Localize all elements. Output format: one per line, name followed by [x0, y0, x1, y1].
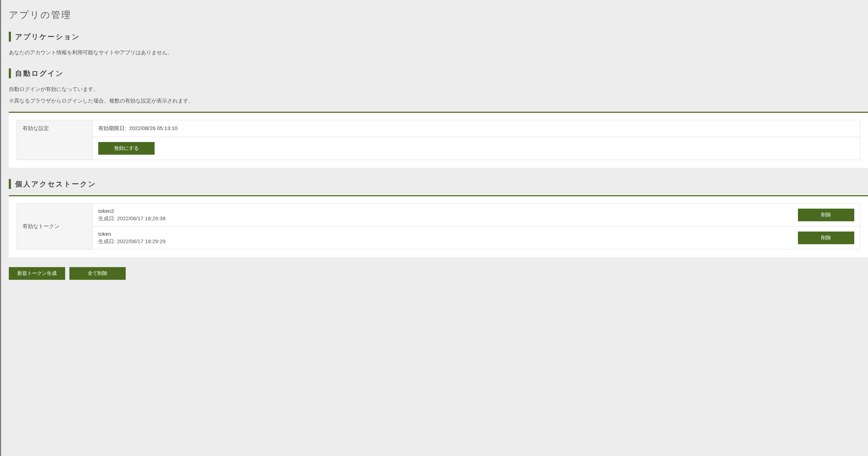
delete-all-tokens-button[interactable]: 全て削除 [69, 267, 126, 280]
autologin-message-1: 自動ログインが有効になっています。 [9, 85, 868, 94]
autologin-message-2: ※異なるブラウザからログインした場合、複数の有効な設定が表示されます。 [9, 96, 868, 105]
token-name: token2 [98, 208, 787, 214]
autologin-panel: 有効な設定 有効期限日: 2022/08/26 05:13:10 無効にする [9, 112, 868, 168]
application-section: アプリケーション あなたのアカウント情報を利用可能なサイトやアプリはありません。 [9, 32, 868, 57]
autologin-expiry-label: 有効期限日: [98, 125, 126, 131]
application-message: あなたのアカウント情報を利用可能なサイトやアプリはありません。 [9, 48, 868, 57]
token-created-label: 生成日: [98, 238, 115, 244]
token-created-value: 2022/06/17 18:29:29 [117, 238, 166, 244]
token-created-value: 2022/06/17 18:29:38 [117, 215, 166, 221]
autologin-expiry-value: 2022/08/26 05:13:10 [129, 125, 178, 131]
disable-autologin-button[interactable]: 無効にする [98, 142, 155, 155]
application-header: アプリケーション [9, 32, 868, 42]
tokens-section: 個人アクセストークン 有効なトークン token2 生成日: 2022/06/1… [9, 179, 868, 280]
autologin-header: 自動ログイン [9, 68, 868, 78]
tokens-row-label: 有効なトークン [17, 203, 93, 249]
tokens-panel: 有効なトークン token2 生成日: 2022/06/17 18:29:38 … [9, 195, 868, 257]
autologin-section: 自動ログイン 自動ログインが有効になっています。 ※異なるブラウザからログインし… [9, 68, 868, 168]
page-title: アプリの管理 [9, 9, 868, 21]
delete-token-button[interactable]: 削除 [798, 232, 854, 244]
tokens-header: 個人アクセストークン [9, 179, 868, 189]
autologin-row-label: 有効な設定 [17, 120, 93, 160]
delete-token-button[interactable]: 削除 [798, 209, 854, 221]
token-info: token 生成日: 2022/06/17 18:29:29 [93, 226, 793, 249]
token-info: token2 生成日: 2022/06/17 18:29:38 [93, 203, 793, 226]
autologin-expiry-cell: 有効期限日: 2022/08/26 05:13:10 [93, 120, 860, 137]
token-name: token [98, 231, 787, 237]
token-created-label: 生成日: [98, 215, 115, 221]
new-token-button[interactable]: 新規トークン生成 [9, 267, 65, 280]
